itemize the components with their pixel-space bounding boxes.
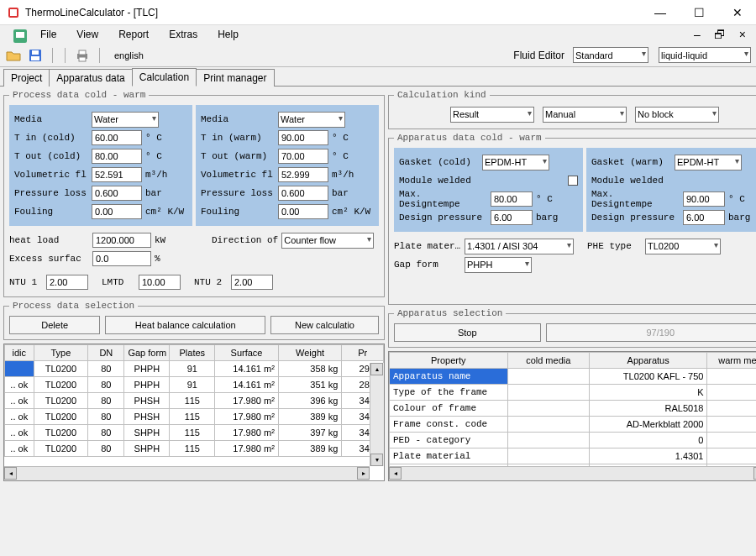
cold-gasket-label: Gasket (cold) — [399, 157, 479, 167]
warm-maxt-input[interactable] — [683, 191, 725, 207]
table2-header[interactable]: Property — [390, 353, 508, 369]
warm-ploss-input[interactable] — [278, 186, 328, 201]
ntu1-input[interactable] — [46, 275, 88, 290]
warm-foul-input[interactable] — [278, 204, 328, 219]
cold-foul-unit: cm² K/W — [145, 207, 187, 217]
table-row[interactable]: Apparatus nameTL0200 KAFL - 750 — [390, 369, 757, 385]
table1-header[interactable]: DN — [88, 345, 124, 361]
table1-header[interactable]: Surface — [215, 345, 279, 361]
cold-media-select[interactable]: Water — [92, 112, 159, 128]
cold-ploss-input[interactable] — [92, 186, 142, 201]
table1-header[interactable]: Pr — [342, 345, 384, 361]
warm-tout-input[interactable] — [278, 149, 328, 164]
manual-select[interactable]: Manual — [543, 107, 627, 123]
table-row[interactable]: PED - category0 — [390, 433, 757, 448]
plate-material-select[interactable]: 1.4301 / AISI 304 — [465, 239, 574, 254]
minimize-button[interactable]: — — [648, 6, 672, 19]
table1-header[interactable]: Weight — [278, 345, 342, 361]
table-row[interactable]: Frame const. codeAD-Merkblatt 2000 — [390, 417, 757, 433]
table-row[interactable]: .. okTL020080PHSH11517.980 m²396 kg3490 — [5, 393, 384, 409]
heat-load-label: heat load — [9, 235, 89, 245]
cold-module-checkbox[interactable] — [568, 176, 578, 186]
delete-button[interactable]: Delete — [9, 316, 100, 334]
process-table[interactable]: idicTypeDNGap formPlatesSurfaceWeightPr … — [3, 344, 385, 481]
warm-dp-input[interactable] — [683, 210, 725, 225]
phe-type-select[interactable]: TL0200 — [645, 239, 721, 254]
tab-project[interactable]: Project — [3, 69, 50, 87]
table2-hscrollbar[interactable]: ◂▸ — [389, 466, 756, 480]
cold-dp-input[interactable] — [491, 210, 533, 225]
stop-button[interactable]: Stop — [394, 323, 541, 342]
table-row[interactable]: Colour of frameRAL5018 — [390, 401, 757, 417]
noblock-select[interactable]: No block — [635, 107, 719, 123]
warm-media-select[interactable]: Water — [278, 112, 345, 128]
mdi-minimize-button[interactable]: – — [689, 28, 706, 41]
mdi-close-button[interactable]: × — [734, 28, 751, 41]
fluid-liquid-select[interactable]: liquid-liquid — [659, 47, 751, 63]
save-icon[interactable] — [27, 47, 44, 64]
table2-header[interactable]: Apparatus — [589, 353, 707, 369]
table-row[interactable]: .. okTL020080PHPH9114.161 m²351 kg2883 — [5, 377, 384, 393]
process-legend: Process data cold - warm — [9, 90, 149, 100]
warm-vol-unit: m³/h — [332, 170, 374, 180]
table-row[interactable]: .. okTL020080SHPH11517.980 m²389 kg3450 — [5, 441, 384, 457]
excess-input[interactable] — [92, 251, 151, 266]
fluid-standard-select[interactable]: Standard — [573, 47, 648, 63]
table1-hscrollbar[interactable]: ◂▸ — [4, 466, 370, 480]
gap-form-select[interactable]: PHPH — [465, 257, 532, 273]
lmtd-input[interactable] — [139, 275, 181, 290]
table1-header[interactable]: Type — [34, 345, 88, 361]
language-selector[interactable]: english — [108, 48, 174, 63]
tab-calculation[interactable]: Calculation — [132, 68, 197, 87]
open-icon[interactable] — [5, 47, 22, 64]
table-row[interactable]: Plate material1.4301 — [390, 448, 757, 464]
window-title: ThermoLineCalculator - [TLC] — [25, 7, 648, 18]
menu-file[interactable]: File — [32, 27, 65, 42]
cold-foul-input[interactable] — [92, 204, 142, 219]
close-button[interactable]: ✕ — [726, 6, 749, 19]
cold-gasket-select[interactable]: EPDM-HT — [482, 155, 549, 170]
result-select[interactable]: Result — [450, 107, 534, 123]
ntu2-input[interactable] — [231, 275, 273, 290]
menu-report[interactable]: Report — [110, 27, 157, 42]
table2-header[interactable]: warm media — [707, 353, 756, 369]
heat-load-input[interactable] — [92, 233, 151, 248]
cold-maxt-input[interactable] — [491, 191, 533, 207]
table1-header[interactable]: idic — [5, 345, 34, 361]
apparatus-table[interactable]: Propertycold mediaApparatuswarm media Ap… — [388, 351, 756, 481]
direction-select[interactable]: Counter flow — [281, 233, 374, 249]
table-row[interactable]: .. okTL020080PHSH11517.980 m²389 kg3448 — [5, 409, 384, 425]
table-row[interactable]: Type of the frameK — [390, 385, 757, 401]
mdi-restore-button[interactable]: 🗗 — [709, 28, 731, 41]
menu-extras[interactable]: Extras — [160, 27, 206, 42]
apparatus-selection-fieldset: Apparatus selection Stop 97/190 — [388, 308, 756, 348]
cold-tout-input[interactable] — [92, 149, 142, 164]
cold-ploss-unit: bar — [145, 188, 187, 198]
table1-header[interactable]: Gap form — [124, 345, 170, 361]
cold-vol-input[interactable] — [92, 167, 142, 182]
cold-dp-label: Design pressure — [399, 212, 487, 223]
table-row[interactable]: TL020080PHPH9114.161 m²358 kg2925 — [5, 361, 384, 377]
maximize-button[interactable]: ☐ — [687, 6, 711, 19]
svg-rect-8 — [79, 50, 86, 55]
heat-balance-button[interactable]: Heat balance calculation — [105, 316, 265, 334]
cold-tin-input[interactable] — [92, 130, 142, 145]
table2-header[interactable]: cold media — [507, 353, 589, 369]
print-icon[interactable] — [74, 47, 91, 64]
table1-header[interactable]: Plates — [170, 345, 215, 361]
menu-help[interactable]: Help — [209, 27, 247, 42]
new-calculation-button[interactable]: New calculatio — [270, 316, 379, 334]
cold-ploss-label: Pressure loss — [14, 188, 88, 198]
tab-apparatus[interactable]: Apparatus data — [49, 69, 132, 87]
svg-rect-1 — [10, 9, 17, 16]
warm-tin-input[interactable] — [278, 130, 328, 145]
table-row[interactable]: .. okTL020080SHPH11517.980 m²397 kg3492 — [5, 425, 384, 441]
menu-view[interactable]: View — [68, 27, 107, 42]
table1-vscrollbar[interactable]: ▴▾ — [370, 363, 384, 466]
ntu1-label: NTU 1 — [9, 277, 43, 287]
warm-vol-input[interactable] — [278, 167, 328, 182]
warm-tin-unit: ° C — [332, 133, 374, 143]
tab-print-manager[interactable]: Print manager — [196, 69, 274, 87]
direction-label: Direction of — [212, 235, 278, 245]
warm-gasket-select[interactable]: EPDM-HT — [675, 155, 742, 170]
